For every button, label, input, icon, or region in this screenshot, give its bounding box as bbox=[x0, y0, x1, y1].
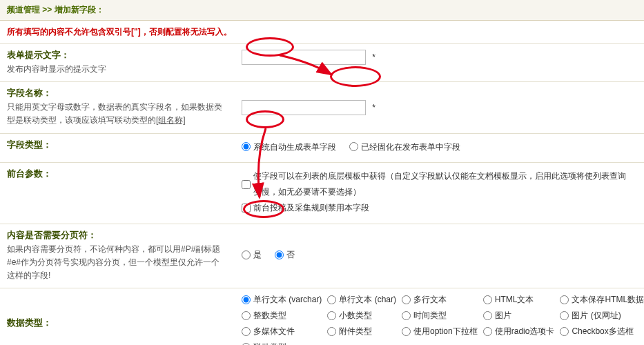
dtype-radio-11[interactable]: 附件类型 bbox=[327, 326, 396, 337]
dtype-radio-3[interactable]: HTML文本 bbox=[483, 294, 555, 306]
dtype-radio-12[interactable]: 使用option下拉框 bbox=[402, 326, 478, 337]
form-table: 表单提示文字： 发布内容时显示的提示文字 * 字段名称： 只能用英文字母或数字，… bbox=[0, 43, 644, 345]
dtype-radio-15[interactable]: 联动类型 bbox=[242, 342, 322, 345]
dtype-radio-1[interactable]: 单行文本 (char) bbox=[327, 294, 396, 306]
label-prompt-desc: 发布内容时显示的提示文字 bbox=[7, 63, 228, 76]
label-prompt-title: 表单提示文字： bbox=[7, 50, 228, 61]
ftype-radio-fixed[interactable]: 已经固化在发布表单中字段 bbox=[349, 139, 460, 155]
breadcrumb: 频道管理 >> 增加新字段： bbox=[0, 0, 644, 21]
label-ftype-title: 字段类型： bbox=[7, 139, 228, 151]
warning-text: 所有填写的内容不允许包含双引号["]，否则配置将无法写入。 bbox=[0, 21, 644, 43]
page-radio-yes[interactable]: 是 bbox=[242, 247, 262, 263]
required-star: * bbox=[372, 52, 375, 62]
label-name-title: 字段名称： bbox=[7, 88, 228, 99]
dtype-radio-8[interactable]: 图片 bbox=[483, 310, 555, 322]
dtype-radio-4[interactable]: 文本保存HTML数据 bbox=[560, 294, 644, 306]
prompt-input[interactable] bbox=[242, 50, 366, 65]
breadcrumb-link-a[interactable]: 频道管理 bbox=[7, 5, 40, 14]
dtype-radio-10[interactable]: 多媒体文件 bbox=[242, 326, 322, 337]
front-check-listable[interactable]: 使字段可以在列表的底层模板中获得（自定义字段默认仅能在文档模板显示，启用此选项将… bbox=[242, 168, 626, 200]
dtype-grid: 单行文本 (varchar)单行文本 (char)多行文本HTML文本文本保存H… bbox=[242, 294, 628, 345]
dtype-radio-0[interactable]: 单行文本 (varchar) bbox=[242, 294, 322, 306]
page-radio-no[interactable]: 否 bbox=[275, 247, 295, 263]
dtype-radio-9[interactable]: 图片 (仅网址) bbox=[560, 310, 644, 322]
label-name-desc: 只能用英文字母或数字，数据表的真实字段名，如果数据类型是联动类型，该项应该填写联… bbox=[7, 101, 228, 127]
label-dtype-title: 数据类型： bbox=[7, 317, 228, 329]
dtype-radio-2[interactable]: 多行文本 bbox=[402, 294, 478, 306]
dtype-radio-7[interactable]: 时间类型 bbox=[402, 310, 478, 322]
breadcrumb-sep: >> bbox=[40, 5, 55, 14]
fieldname-input[interactable] bbox=[242, 100, 366, 115]
breadcrumb-current: 增加新字段： bbox=[55, 5, 104, 14]
dtype-radio-5[interactable]: 整数类型 bbox=[242, 310, 322, 322]
required-star: * bbox=[372, 103, 375, 112]
front-check-disable[interactable]: 前台投稿及采集规则禁用本字段 bbox=[242, 200, 369, 216]
label-page-title: 内容是否需要分页符： bbox=[7, 230, 228, 241]
dtype-radio-13[interactable]: 使用radio选项卡 bbox=[483, 326, 555, 337]
ftype-radio-auto[interactable]: 系统自动生成表单字段 bbox=[242, 139, 336, 155]
dtype-radio-14[interactable]: Checkbox多选框 bbox=[560, 326, 644, 337]
dtype-radio-6[interactable]: 小数类型 bbox=[327, 310, 396, 322]
label-page-desc: 如果内容需要分页符，不论何种内容，都可以用#P#副标题#e#作为分页符号实现内容… bbox=[7, 243, 228, 283]
label-front-title: 前台参数： bbox=[7, 168, 228, 180]
